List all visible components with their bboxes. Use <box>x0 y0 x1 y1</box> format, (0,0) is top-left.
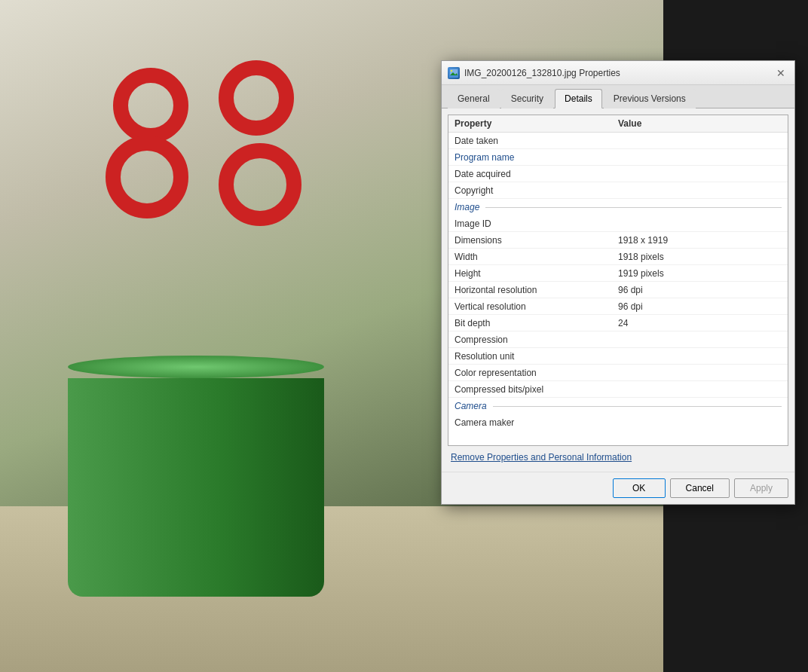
prop-name-compression: Compression <box>454 334 618 345</box>
titlebar-left: IMG_20200126_132810.jpg Properties <box>448 67 620 79</box>
dialog-content: Property Value Date taken Program name D… <box>442 108 794 472</box>
prop-name-copyright: Copyright <box>454 185 618 196</box>
close-button[interactable]: ✕ <box>773 66 788 81</box>
prop-name-color-repr: Color representation <box>454 368 618 378</box>
cancel-button[interactable]: Cancel <box>670 478 730 498</box>
prop-name-compressed-bits: Compressed bits/pixel <box>454 384 618 395</box>
table-row: Date taken <box>448 133 788 149</box>
prop-value-dimensions: 1918 x 1919 <box>618 235 782 246</box>
prop-name-bit-depth: Bit depth <box>454 318 618 328</box>
tab-details[interactable]: Details <box>555 89 602 108</box>
tab-previous-versions[interactable]: Previous Versions <box>604 89 696 108</box>
tab-general[interactable]: General <box>448 89 500 108</box>
section-header-image: Image <box>448 199 788 215</box>
prop-name-dimensions: Dimensions <box>454 235 618 246</box>
apply-button[interactable]: Apply <box>734 478 788 498</box>
buttons-row: OK Cancel Apply <box>442 472 794 504</box>
table-row: Bit depth 24 <box>448 315 788 331</box>
drone-ring-bl <box>106 136 188 218</box>
table-row: Width 1918 pixels <box>448 249 788 265</box>
drone <box>98 45 309 234</box>
prop-value-h-resolution: 96 dpi <box>618 285 782 295</box>
prop-name-resolution-unit: Resolution unit <box>454 351 618 362</box>
bucket-body <box>68 378 324 597</box>
svg-point-2 <box>451 70 452 72</box>
prop-value-width: 1918 pixels <box>618 252 782 262</box>
table-row: Copyright <box>448 182 788 199</box>
properties-dialog: IMG_20200126_132810.jpg Properties ✕ Gen… <box>441 60 795 505</box>
col-value-header: Value <box>618 118 782 129</box>
green-bucket <box>60 356 332 597</box>
table-row: Color representation <box>448 365 788 381</box>
table-row: Height 1919 pixels <box>448 265 788 282</box>
table-row: Dimensions 1918 x 1919 <box>448 232 788 249</box>
bucket-top <box>68 356 324 378</box>
col-property-header: Property <box>454 118 618 129</box>
properties-table-container: Property Value Date taken Program name D… <box>448 115 788 446</box>
prop-name-h-resolution: Horizontal resolution <box>454 285 618 295</box>
prop-value-bit-depth: 24 <box>618 318 782 328</box>
drone-ring-tr <box>219 60 294 136</box>
section-header-camera: Camera <box>448 398 788 414</box>
prop-value-v-resolution: 96 dpi <box>618 301 782 312</box>
tab-security[interactable]: Security <box>501 89 553 108</box>
prop-value-height: 1919 pixels <box>618 268 782 279</box>
table-row: Camera maker <box>448 414 788 430</box>
table-row: Compressed bits/pixel <box>448 381 788 398</box>
section-label-image: Image <box>454 202 485 212</box>
table-row: Vertical resolution 96 dpi <box>448 298 788 315</box>
tabs-bar: General Security Details Previous Versio… <box>442 85 794 108</box>
prop-name-v-resolution: Vertical resolution <box>454 301 618 312</box>
section-line <box>485 207 782 208</box>
prop-name-height: Height <box>454 268 618 279</box>
prop-name-program-name: Program name <box>454 152 618 163</box>
dialog-titlebar: IMG_20200126_132810.jpg Properties ✕ <box>442 61 794 85</box>
prop-name-date-taken: Date taken <box>454 136 618 146</box>
table-row: Horizontal resolution 96 dpi <box>448 282 788 298</box>
prop-name-date-acquired: Date acquired <box>454 169 618 179</box>
dialog-icon <box>448 67 460 79</box>
table-row: Date acquired <box>448 166 788 182</box>
remove-properties-link[interactable]: Remove Properties and Personal Informati… <box>451 452 785 463</box>
section-label-camera: Camera <box>454 401 493 411</box>
drone-ring-tl <box>113 68 188 143</box>
table-row: Image ID <box>448 215 788 232</box>
ok-button[interactable]: OK <box>613 478 666 498</box>
drone-ring-br <box>219 143 301 226</box>
table-header: Property Value <box>448 115 788 133</box>
prop-name-camera-maker: Camera maker <box>454 417 618 428</box>
section-line-camera <box>493 406 782 407</box>
image-icon <box>449 69 458 78</box>
dialog-title: IMG_20200126_132810.jpg Properties <box>464 68 620 78</box>
properties-scroll-area[interactable]: Date taken Program name Date acquired Co… <box>448 133 788 430</box>
prop-name-image-id: Image ID <box>454 218 618 229</box>
table-row: Resolution unit <box>448 348 788 365</box>
table-row: Program name <box>448 149 788 166</box>
table-row: Compression <box>448 331 788 348</box>
prop-name-width: Width <box>454 252 618 262</box>
